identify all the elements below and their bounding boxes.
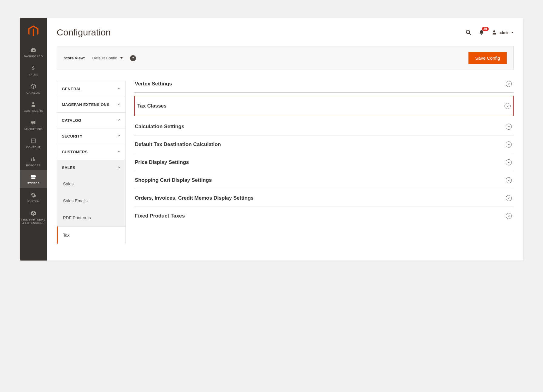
- expand-circle-icon: [506, 124, 512, 130]
- nav-label: CUSTOMERS: [24, 109, 43, 113]
- chevron-down-icon: [117, 87, 121, 91]
- tab-customers[interactable]: CUSTOMERS: [57, 144, 126, 160]
- tab-label: CATALOG: [62, 118, 81, 123]
- nav-reports[interactable]: REPORTS: [20, 152, 47, 170]
- subtab-tax[interactable]: Tax: [57, 226, 125, 244]
- nav-label: MARKETING: [24, 128, 42, 131]
- svg-point-0: [466, 30, 470, 34]
- notification-badge: 39: [482, 27, 489, 31]
- tab-magefan[interactable]: MAGEFAN EXTENSIONS: [57, 97, 126, 112]
- tab-label: CUSTOMERS: [62, 150, 88, 154]
- section-label: Orders, Invoices, Credit Memos Display S…: [135, 195, 254, 201]
- tab-general[interactable]: GENERAL: [57, 81, 126, 97]
- section-label: Fixed Product Taxes: [135, 213, 185, 219]
- nav-marketing[interactable]: MARKETING: [20, 116, 47, 134]
- nav-label: CATALOG: [26, 91, 40, 95]
- store-view-label: Store View:: [64, 56, 85, 60]
- nav-partners[interactable]: FIND PARTNERS & EXTENSIONS: [20, 206, 47, 228]
- gauge-icon: [30, 47, 37, 53]
- section-label: Vertex Settings: [135, 81, 172, 87]
- section-default-tax-destination[interactable]: Default Tax Destination Calculation: [134, 135, 514, 153]
- puzzle-icon: [30, 210, 37, 217]
- dollar-icon: [30, 65, 37, 71]
- section-price-display[interactable]: Price Display Settings: [134, 153, 514, 171]
- tab-label: GENERAL: [62, 87, 82, 91]
- nav-content[interactable]: CONTENT: [20, 134, 47, 152]
- nav-label: REPORTS: [26, 164, 41, 167]
- store-view-selector[interactable]: Default Config: [92, 56, 123, 60]
- nav-customers[interactable]: CUSTOMERS: [20, 98, 47, 116]
- subtab-sales[interactable]: Sales: [57, 175, 125, 192]
- svg-line-1: [469, 33, 471, 35]
- tab-label: SECURITY: [62, 134, 82, 138]
- gear-icon: [30, 192, 37, 198]
- tab-sales[interactable]: SALES: [57, 160, 126, 175]
- notifications-button[interactable]: 39: [479, 29, 484, 35]
- nav-label: SALES: [28, 73, 38, 76]
- nav-label: SYSTEM: [27, 200, 40, 203]
- nav-sales[interactable]: SALES: [20, 61, 47, 79]
- expand-circle-icon: [506, 81, 512, 87]
- section-label: Default Tax Destination Calculation: [135, 141, 221, 148]
- sales-sublist: Sales Sales Emails PDF Print-outs Tax: [57, 175, 126, 244]
- nav-stores[interactable]: STORES: [20, 170, 47, 188]
- expand-circle-icon: [505, 103, 511, 109]
- search-icon[interactable]: [465, 29, 471, 35]
- tab-label: SALES: [62, 165, 75, 170]
- section-label: Tax Classes: [137, 103, 167, 109]
- username: admin: [499, 30, 509, 35]
- section-calculation-settings[interactable]: Calculation Settings: [134, 118, 514, 135]
- tab-label: MAGEFAN EXTENSIONS: [62, 102, 109, 107]
- megaphone-icon: [30, 119, 37, 126]
- help-icon[interactable]: ?: [130, 55, 136, 61]
- nav-label: FIND PARTNERS & EXTENSIONS: [21, 218, 46, 225]
- bars-icon: [30, 156, 37, 162]
- person-icon: [30, 101, 37, 108]
- nav-label: DASHBOARD: [24, 55, 43, 58]
- section-fixed-product-taxes[interactable]: Fixed Product Taxes: [134, 207, 514, 224]
- section-orders-invoices[interactable]: Orders, Invoices, Credit Memos Display S…: [134, 189, 514, 207]
- config-sections: Vertex Settings Tax Classes Calculation …: [126, 81, 514, 244]
- config-body: GENERAL MAGEFAN EXTENSIONS CATALOG SECUR…: [57, 81, 514, 244]
- layout-icon: [30, 138, 37, 144]
- page-header: Configuration 39 admin: [57, 18, 514, 46]
- save-config-button[interactable]: Save Config: [468, 52, 507, 64]
- nav-dashboard[interactable]: DASHBOARD: [20, 43, 47, 61]
- chevron-down-icon: [511, 32, 514, 33]
- tab-catalog[interactable]: CATALOG: [57, 112, 126, 128]
- section-cart-display[interactable]: Shopping Cart Display Settings: [134, 171, 514, 189]
- main-content: Configuration 39 admin Store View:: [47, 18, 523, 261]
- section-label: Price Display Settings: [135, 159, 189, 165]
- expand-circle-icon: [506, 141, 512, 148]
- chevron-up-icon: [117, 165, 121, 170]
- tab-security[interactable]: SECURITY: [57, 128, 126, 144]
- user-menu[interactable]: admin: [491, 30, 514, 35]
- chevron-down-icon: [117, 102, 121, 107]
- expand-circle-icon: [506, 177, 512, 183]
- chevron-down-icon: [117, 150, 121, 154]
- app-container: DASHBOARD SALES CATALOG CUSTOMERS MARKET…: [20, 18, 523, 261]
- nav-label: STORES: [27, 182, 40, 185]
- chevron-down-icon: [117, 134, 121, 138]
- subtab-sales-emails[interactable]: Sales Emails: [57, 192, 125, 209]
- subtab-pdf[interactable]: PDF Print-outs: [57, 209, 125, 226]
- store-view-value: Default Config: [92, 56, 117, 60]
- config-tabs: GENERAL MAGEFAN EXTENSIONS CATALOG SECUR…: [57, 81, 126, 244]
- admin-sidebar: DASHBOARD SALES CATALOG CUSTOMERS MARKET…: [20, 18, 47, 261]
- section-tax-classes[interactable]: Tax Classes: [134, 96, 514, 116]
- header-tools: 39 admin: [465, 29, 514, 35]
- nav-system[interactable]: SYSTEM: [20, 188, 47, 206]
- nav-catalog[interactable]: CATALOG: [20, 79, 47, 98]
- chevron-down-icon: [120, 57, 123, 59]
- box-icon: [30, 83, 37, 90]
- expand-circle-icon: [506, 195, 512, 201]
- chevron-down-icon: [117, 118, 121, 123]
- section-vertex-settings[interactable]: Vertex Settings: [134, 81, 514, 93]
- store-view-bar: Store View: Default Config ? Save Config: [57, 46, 514, 70]
- expand-circle-icon: [506, 213, 512, 219]
- storefront-icon: [30, 174, 37, 180]
- magento-logo-icon[interactable]: [27, 25, 40, 38]
- expand-circle-icon: [506, 159, 512, 165]
- nav-label: CONTENT: [26, 146, 41, 149]
- page-title: Configuration: [57, 27, 111, 38]
